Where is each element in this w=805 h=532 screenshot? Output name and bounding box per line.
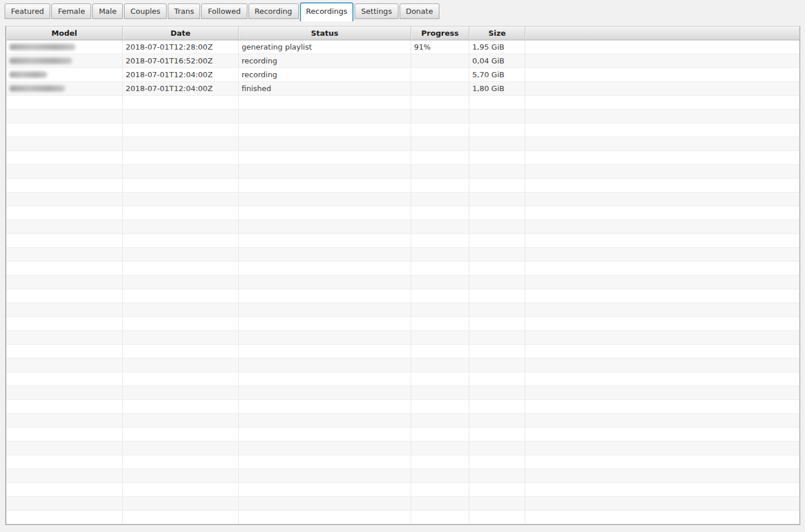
column-header-date[interactable]: Date (123, 27, 239, 40)
cell-size: 5,70 GiB (469, 68, 525, 82)
cell-model (6, 262, 123, 276)
cell-status (239, 483, 411, 497)
cell-model (6, 68, 123, 82)
cell-progress (411, 137, 469, 151)
table-row-empty (6, 414, 799, 428)
column-header-status[interactable]: Status (239, 27, 411, 40)
tab-settings[interactable]: Settings (355, 3, 398, 19)
cell-date (123, 289, 239, 303)
tab-recordings[interactable]: Recordings (300, 2, 354, 21)
tab-trans[interactable]: Trans (168, 3, 200, 19)
redacted-model-name (9, 71, 47, 78)
tab-couples[interactable]: Couples (124, 3, 167, 19)
column-header-size[interactable]: Size (469, 27, 525, 40)
column-header-progress[interactable]: Progress (411, 27, 469, 40)
cell-progress (411, 483, 469, 497)
table-row-empty (6, 137, 799, 151)
tab-donate[interactable]: Donate (400, 3, 439, 19)
tab-recording[interactable]: Recording (249, 3, 299, 19)
cell-date (123, 317, 239, 331)
cell-date (123, 442, 239, 455)
table-row[interactable]: 2018-07-01T12:28:00Zgenerating playlist9… (6, 40, 799, 54)
cell-filler (525, 165, 799, 179)
cell-date (123, 345, 239, 359)
cell-status (239, 359, 411, 372)
cell-date (123, 179, 239, 193)
cell-model (6, 137, 123, 151)
cell-model (6, 345, 123, 359)
cell-model (6, 40, 123, 54)
cell-model (6, 483, 123, 497)
table-row-empty (6, 96, 799, 110)
cell-size (469, 276, 525, 289)
cell-filler (525, 96, 799, 110)
cell-model (6, 96, 123, 110)
cell-status: recording (239, 68, 411, 82)
cell-size (469, 511, 525, 525)
cell-date (123, 206, 239, 220)
cell-progress (411, 317, 469, 331)
cell-model (6, 151, 123, 165)
cell-progress (411, 400, 469, 414)
table-row-empty (6, 151, 799, 165)
table-row[interactable]: 2018-07-01T12:04:00Zrecording5,70 GiB (6, 68, 799, 82)
cell-size (469, 400, 525, 414)
table-row-empty (6, 303, 799, 317)
table-row-empty (6, 289, 799, 303)
cell-date: 2018-07-01T16:52:00Z (123, 54, 239, 68)
table-row[interactable]: 2018-07-01T16:52:00Zrecording0,04 GiB (6, 54, 799, 68)
cell-progress (411, 68, 469, 82)
table-row-empty (6, 386, 799, 400)
cell-size (469, 165, 525, 179)
cell-filler (525, 248, 799, 262)
cell-date (123, 372, 239, 386)
cell-date: 2018-07-01T12:28:00Z (123, 40, 239, 54)
cell-filler (525, 483, 799, 497)
table-row-empty (6, 497, 799, 511)
cell-filler (525, 317, 799, 331)
cell-model (6, 289, 123, 303)
cell-progress (411, 110, 469, 123)
table-row-empty (6, 206, 799, 220)
cell-filler (525, 345, 799, 359)
table-row-empty (6, 110, 799, 123)
cell-size (469, 137, 525, 151)
tab-followed[interactable]: Followed (201, 3, 247, 19)
cell-date (123, 386, 239, 400)
cell-model (6, 372, 123, 386)
table-row-empty (6, 511, 799, 525)
column-header-model[interactable]: Model (6, 27, 123, 40)
cell-model (6, 179, 123, 193)
cell-progress (411, 497, 469, 511)
cell-filler (525, 359, 799, 372)
cell-model (6, 276, 123, 289)
cell-status (239, 331, 411, 345)
cell-model (6, 442, 123, 455)
table-row-empty (6, 428, 799, 442)
cell-filler (525, 206, 799, 220)
cell-model (6, 400, 123, 414)
cell-progress (411, 234, 469, 248)
cell-size: 1,80 GiB (469, 82, 525, 96)
table-row[interactable]: 2018-07-01T12:04:00Zfinished1,80 GiB (6, 82, 799, 96)
cell-model (6, 220, 123, 234)
cell-filler (525, 497, 799, 511)
cell-filler (525, 193, 799, 206)
cell-status (239, 386, 411, 400)
table-row-empty (6, 372, 799, 386)
cell-size (469, 123, 525, 137)
cell-model (6, 497, 123, 511)
cell-status (239, 400, 411, 414)
cell-model (6, 165, 123, 179)
table-row-empty (6, 442, 799, 455)
cell-date (123, 497, 239, 511)
tab-featured[interactable]: Featured (5, 3, 50, 19)
tab-female[interactable]: Female (51, 3, 91, 19)
column-header-filler (525, 27, 799, 40)
table-row-empty (6, 220, 799, 234)
cell-size (469, 289, 525, 303)
cell-progress: 91% (411, 40, 469, 54)
tab-male[interactable]: Male (92, 3, 123, 19)
cell-status (239, 497, 411, 511)
cell-size (469, 359, 525, 372)
